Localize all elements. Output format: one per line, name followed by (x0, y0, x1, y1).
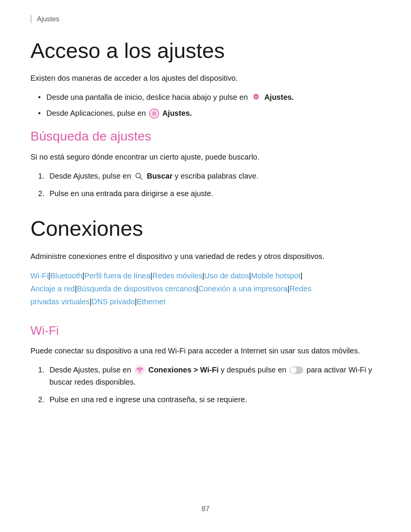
wifi-step-2: Pulse en una red e ingrese una contraseñ… (38, 393, 381, 406)
link-busqueda-disp[interactable]: Búsqueda de dispositivos cercanos (77, 284, 196, 293)
page-number: 87 (201, 505, 209, 513)
link-impresora[interactable]: Conexión a una impresora (198, 284, 288, 293)
gear-icon (251, 93, 261, 102)
svg-point-9 (139, 371, 140, 373)
busqueda-step-1-bold: Buscar (147, 172, 173, 180)
busqueda-step-1: Desde Ajustes, pulse en Buscar y escriba… (38, 170, 381, 182)
busqueda-step-2-text: Pulse en una entrada para dirigirse a es… (49, 189, 213, 198)
conexiones-intro: Administre conexiones entre el dispositi… (30, 250, 381, 262)
busqueda-step-2: Pulse en una entrada para dirigirse a es… (38, 187, 381, 200)
search-icon (134, 172, 143, 181)
breadcrumb-label: Ajustes (37, 15, 59, 23)
wifi-step-1: Desde Ajustes, pulse en Conexiones > Wi-… (38, 364, 381, 388)
link-perfil[interactable]: Perfil fuera de línea (84, 272, 150, 280)
wifi-title: Wi-Fi (30, 323, 381, 338)
wifi-step-1-before: Desde Ajustes, pulse en (49, 366, 133, 374)
link-redes-privadas[interactable]: privadas virtuales (30, 297, 90, 306)
acceso-bullets: Desde una pantalla de inicio, deslice ha… (30, 91, 381, 119)
breadcrumb: Ajustes (30, 15, 381, 23)
link-wifi[interactable]: Wi-Fi (30, 272, 48, 280)
acceso-section: Acceso a los ajustes Existen dos maneras… (30, 38, 381, 200)
busqueda-steps: Desde Ajustes, pulse en Buscar y escriba… (30, 170, 381, 200)
wifi-steps: Desde Ajustes, pulse en Conexiones > Wi-… (30, 364, 381, 406)
busqueda-intro: Si no está seguro dónde encontrar un cie… (30, 151, 381, 163)
conexiones-links: Wi-Fi|Bluetooth|Perfil fuera de línea|Re… (30, 269, 381, 308)
sep-6: | (301, 272, 303, 280)
link-ethernet[interactable]: Ethernet (137, 297, 166, 306)
wifi-intro: Puede conectar su dispositivo a una red … (30, 345, 381, 357)
busqueda-title: Búsqueda de ajustes (30, 128, 381, 144)
wifi-step-1-middle: y después pulse en (221, 366, 288, 374)
wifi-step-1-nav: Conexiones > Wi-Fi (148, 366, 219, 374)
busqueda-step-1-after: y escriba palabras clave. (175, 172, 258, 180)
svg-point-2 (255, 96, 256, 97)
link-uso-datos[interactable]: Uso de datos (204, 272, 249, 280)
acceso-bullet-2: Desde Aplicaciones, pulse en Ajustes. (38, 107, 381, 119)
wifi-connections-icon (134, 364, 145, 375)
wifi-section: Wi-Fi Puede conectar su dispositivo a un… (30, 323, 381, 406)
link-dns[interactable]: DNS privado (92, 297, 135, 306)
wifi-step-2-text: Pulse en una red e ingrese una contraseñ… (49, 395, 247, 404)
link-hotspot[interactable]: Mobile hotspot (251, 272, 301, 280)
conexiones-section: Conexiones Administre conexiones entre e… (30, 216, 381, 406)
acceso-bullet-1: Desde una pantalla de inicio, deslice ha… (38, 91, 381, 103)
acceso-bullet-1-text-before: Desde una pantalla de inicio, deslice ha… (46, 93, 250, 101)
svg-line-7 (140, 177, 142, 179)
acceso-title: Acceso a los ajustes (30, 38, 381, 63)
busqueda-step-1-before: Desde Ajustes, pulse en (49, 172, 133, 180)
acceso-intro: Existen dos maneras de acceder a los aju… (30, 72, 381, 84)
busqueda-section: Búsqueda de ajustes Si no está seguro dó… (30, 128, 381, 200)
acceso-bullet-2-bold: Ajustes. (162, 109, 192, 117)
link-bluetooth[interactable]: Bluetooth (50, 272, 83, 280)
apps-icon (149, 109, 159, 118)
link-redes-priv[interactable]: Redes (289, 284, 311, 293)
acceso-bullet-1-bold: Ajustes. (264, 93, 294, 101)
toggle-icon (290, 366, 303, 374)
link-anclaje[interactable]: Anclaje a red (30, 284, 75, 293)
link-redes-moviles[interactable]: Redes móviles (152, 272, 202, 280)
conexiones-title: Conexiones (30, 216, 381, 241)
acceso-bullet-2-text-before: Desde Aplicaciones, pulse en (46, 109, 148, 117)
